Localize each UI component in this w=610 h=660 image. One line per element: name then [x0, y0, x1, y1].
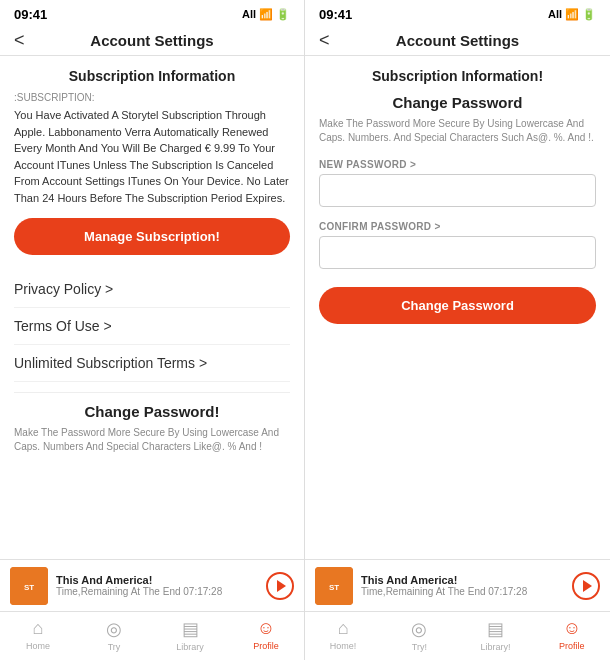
left-change-password-title: Change Password! — [14, 403, 290, 420]
left-wifi-icon: 📶 — [259, 8, 273, 21]
right-home-label: Home! — [330, 641, 357, 651]
left-status-icons: All 📶 🔋 — [242, 8, 290, 21]
left-nav-library[interactable]: ▤ Library — [152, 618, 228, 652]
left-subscription-text: You Have Activated A Storytel Subscripti… — [14, 107, 290, 206]
left-try-icon: ◎ — [106, 618, 122, 640]
right-confirm-password-label: CONFIRM PASSWORD > — [319, 221, 596, 232]
right-change-password-block: Change Password Make The Password More S… — [319, 94, 596, 324]
left-subscription-label: :SUBSCRIPTION: — [14, 92, 290, 103]
right-bottom-nav: ⌂ Home! ◎ Try! ▤ Library! ☺ Profile — [305, 611, 610, 660]
right-nav-title: Account Settings — [396, 32, 519, 49]
right-library-icon: ▤ — [487, 618, 504, 640]
right-section-title: Subscription Information! — [319, 68, 596, 84]
right-new-password-label: NEW PASSWORD > — [319, 159, 596, 170]
left-player-subtitle: Time,Remaining At The End 07:17:28 — [56, 586, 258, 597]
left-home-icon: ⌂ — [33, 618, 44, 639]
svg-text:ST: ST — [24, 583, 34, 592]
left-profile-icon: ☺ — [257, 618, 275, 639]
terms-of-use-link[interactable]: Terms Of Use > — [14, 308, 290, 345]
right-battery-icon: 🔋 — [582, 8, 596, 21]
left-battery-icon: 🔋 — [276, 8, 290, 21]
right-play-button[interactable] — [572, 572, 600, 600]
left-bottom-player: ST This And America! Time,Remaining At T… — [0, 559, 304, 611]
right-nav-profile[interactable]: ☺ Profile — [534, 618, 610, 652]
right-change-password-title: Change Password — [319, 94, 596, 111]
right-nav-try[interactable]: ◎ Try! — [381, 618, 457, 652]
left-time: 09:41 — [14, 7, 47, 22]
left-back-button[interactable]: < — [14, 30, 25, 51]
right-change-password-hint: Make The Password More Secure By Using L… — [319, 117, 596, 145]
right-back-button[interactable]: < — [319, 30, 330, 51]
left-panel: 09:41 All 📶 🔋 < Account Settings Subscri… — [0, 0, 305, 660]
right-new-password-input[interactable] — [319, 174, 596, 207]
left-player-thumbnail: ST — [10, 567, 48, 605]
right-network: All — [548, 8, 562, 20]
right-nav-bar: < Account Settings — [305, 26, 610, 56]
right-player-subtitle: Time,Remaining At The End 07:17:28 — [361, 586, 564, 597]
svg-text:ST: ST — [329, 583, 339, 592]
right-status-icons: All 📶 🔋 — [548, 8, 596, 21]
left-home-label: Home — [26, 641, 50, 651]
right-status-bar: 09:41 All 📶 🔋 — [305, 0, 610, 26]
right-profile-label: Profile — [559, 641, 585, 651]
right-confirm-password-input[interactable] — [319, 236, 596, 269]
left-bottom-nav: ⌂ Home ◎ Try ▤ Library ☺ Profile — [0, 611, 304, 660]
right-library-label: Library! — [481, 642, 511, 652]
right-try-label: Try! — [412, 642, 427, 652]
privacy-policy-link[interactable]: Privacy Policy > — [14, 271, 290, 308]
left-nav-profile[interactable]: ☺ Profile — [228, 618, 304, 652]
left-try-label: Try — [108, 642, 121, 652]
left-play-icon — [277, 580, 286, 592]
left-content: Subscription Information :SUBSCRIPTION: … — [0, 56, 304, 559]
left-nav-home[interactable]: ⌂ Home — [0, 618, 76, 652]
left-profile-label: Profile — [253, 641, 279, 651]
right-nav-library[interactable]: ▤ Library! — [458, 618, 534, 652]
left-library-label: Library — [176, 642, 204, 652]
right-player-thumbnail: ST — [315, 567, 353, 605]
left-nav-bar: < Account Settings — [0, 26, 304, 56]
right-panel: 09:41 All 📶 🔋 < Account Settings Subscri… — [305, 0, 610, 660]
right-profile-icon: ☺ — [563, 618, 581, 639]
left-change-password-section: Change Password! Make The Password More … — [14, 392, 290, 454]
right-player-title: This And America! — [361, 574, 564, 586]
left-change-password-hint: Make The Password More Secure By Using L… — [14, 426, 290, 454]
left-play-button[interactable] — [266, 572, 294, 600]
right-content: Subscription Information! Change Passwor… — [305, 56, 610, 559]
left-nav-title: Account Settings — [90, 32, 213, 49]
right-try-icon: ◎ — [411, 618, 427, 640]
left-player-title: This And America! — [56, 574, 258, 586]
left-network: All — [242, 8, 256, 20]
left-nav-try[interactable]: ◎ Try — [76, 618, 152, 652]
right-nav-home[interactable]: ⌂ Home! — [305, 618, 381, 652]
right-play-icon — [583, 580, 592, 592]
unlimited-subscription-link[interactable]: Unlimited Subscription Terms > — [14, 345, 290, 382]
left-library-icon: ▤ — [182, 618, 199, 640]
manage-subscription-button[interactable]: Manage Subscription! — [14, 218, 290, 255]
right-bottom-player: ST This And America! Time,Remaining At T… — [305, 559, 610, 611]
right-time: 09:41 — [319, 7, 352, 22]
left-player-info: This And America! Time,Remaining At The … — [56, 574, 258, 597]
right-home-icon: ⌂ — [338, 618, 349, 639]
right-wifi-icon: 📶 — [565, 8, 579, 21]
right-player-info: This And America! Time,Remaining At The … — [361, 574, 564, 597]
left-section-title: Subscription Information — [14, 68, 290, 84]
left-status-bar: 09:41 All 📶 🔋 — [0, 0, 304, 26]
change-password-button[interactable]: Change Password — [319, 287, 596, 324]
